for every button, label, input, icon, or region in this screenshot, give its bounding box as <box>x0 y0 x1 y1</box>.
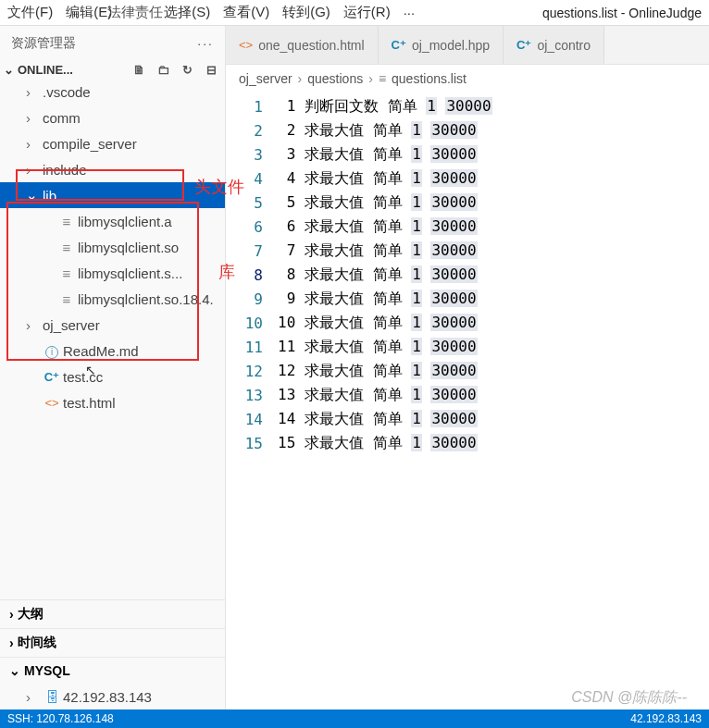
project-header[interactable]: ⌄ ONLINE... 🗎 🗀 ↻ ⊟ <box>0 61 225 79</box>
more-actions-icon[interactable]: ··· <box>197 36 214 51</box>
db-label: 42.192.83.143 <box>63 689 152 705</box>
breadcrumb-1[interactable]: questions <box>307 71 363 86</box>
tab-oj-contro[interactable]: C⁺oj_contro <box>504 26 604 64</box>
collapse-icon[interactable]: ⊟ <box>203 63 219 77</box>
section-时间线[interactable]: ›时间线 <box>0 628 225 657</box>
new-file-icon[interactable]: 🗎 <box>131 63 147 77</box>
status-db[interactable]: 42.192.83.143 <box>630 712 702 725</box>
line-number: 14 <box>226 411 278 428</box>
section-label: MYSQL <box>24 663 70 678</box>
new-folder-icon[interactable]: 🗀 <box>155 63 171 77</box>
db-connection[interactable]: ›🗄42.192.83.143 <box>0 684 225 709</box>
section-label: 时间线 <box>18 635 56 651</box>
section-MYSQL[interactable]: ⌄MYSQL <box>0 657 225 684</box>
html-icon: <> <box>43 396 61 410</box>
folder-oj-server[interactable]: ›oj_server <box>0 312 225 338</box>
folder--vscode[interactable]: ›.vscode <box>0 79 225 105</box>
cpp-icon: C⁺ <box>392 38 406 52</box>
file-icon: ≡ <box>57 265 76 281</box>
file-test-html[interactable]: <>test.html <box>0 389 225 415</box>
line-number: 15 <box>226 435 278 452</box>
editor-line[interactable]: 7 7 求最大值 简单 1 30000 <box>226 239 709 263</box>
folder-comm[interactable]: ›comm <box>0 105 225 130</box>
tree-item-label: oj_server <box>43 317 100 333</box>
editor-line[interactable]: 8 8 求最大值 简单 1 30000 <box>226 263 709 287</box>
editor-line[interactable]: 1 1 判断回文数 简单 1 30000 <box>226 94 709 118</box>
line-number: 12 <box>226 363 278 380</box>
info-icon: i <box>43 342 61 359</box>
menu-edit[interactable]: 编辑(E) <box>66 4 112 21</box>
file-libmysqlclient-so-18-4-[interactable]: ≡libmysqlclient.so.18.4. <box>0 286 225 312</box>
line-content: 12 求最大值 简单 1 30000 <box>278 362 478 381</box>
editor-line[interactable]: 5 5 求最大值 简单 1 30000 <box>226 191 709 215</box>
folder-include[interactable]: ›include <box>0 156 225 182</box>
chevron-right-icon: › <box>368 71 373 86</box>
breadcrumb-0[interactable]: oj_server <box>239 71 292 86</box>
tab-label: oj_contro <box>537 38 591 53</box>
tab-label: oj_model.hpp <box>412 38 490 53</box>
file-test-cc[interactable]: C⁺test.cc <box>0 364 225 389</box>
tree-item-label: libmysqlclient.s... <box>78 265 182 281</box>
section-大纲[interactable]: ›大纲 <box>0 599 225 628</box>
tab-oj-model-hpp[interactable]: C⁺oj_model.hpp <box>379 26 504 64</box>
line-number: 10 <box>226 315 278 332</box>
tab-one-question-html[interactable]: <>one_question.html <box>226 26 379 64</box>
file-libmysqlclient-s---[interactable]: ≡libmysqlclient.s... <box>0 260 225 286</box>
line-number: 3 <box>226 146 278 164</box>
line-number: 7 <box>226 242 278 260</box>
line-number: 1 <box>226 98 278 116</box>
file-tree: ›.vscode›comm›compile_server›include⌄lib… <box>0 79 225 599</box>
line-content: 11 求最大值 简单 1 30000 <box>278 338 478 357</box>
ssh-remote[interactable]: SSH: 120.78.126.148 <box>7 712 114 725</box>
line-content: 1 判断回文数 简单 1 30000 <box>278 97 492 117</box>
menu-view[interactable]: 查看(V) <box>223 4 269 21</box>
chevron-icon: › <box>26 110 43 126</box>
cpp-icon: C⁺ <box>43 370 61 384</box>
chevron-icon: ⌄ <box>9 663 20 678</box>
breadcrumb-2[interactable]: questions.list <box>392 71 466 86</box>
chevron-icon: ⌄ <box>26 187 43 204</box>
line-number: 11 <box>226 339 278 356</box>
line-number: 4 <box>226 170 278 188</box>
chevron-icon: › <box>9 635 14 650</box>
breadcrumb[interactable]: oj_server › questions › ≡ questions.list <box>226 65 709 93</box>
editor-line[interactable]: 3 3 求最大值 简单 1 30000 <box>226 142 709 167</box>
menu-select[interactable]: 选择(S) <box>164 4 210 21</box>
editor-content[interactable]: 1 1 判断回文数 简单 1 300002 2 求最大值 简单 1 300003… <box>226 93 709 457</box>
list-icon: ≡ <box>379 71 386 86</box>
editor-line[interactable]: 1313 求最大值 简单 1 30000 <box>226 383 709 407</box>
menu-file[interactable]: 文件(F) <box>7 4 53 21</box>
section-label: 大纲 <box>18 606 44 623</box>
menu-goto[interactable]: 转到(G) <box>282 4 330 21</box>
file-libmysqlclient-a[interactable]: ≡libmysqlclient.a <box>0 208 225 234</box>
chevron-icon: › <box>26 136 43 152</box>
line-content: 3 求最大值 简单 1 30000 <box>278 145 478 165</box>
editor-line[interactable]: 1212 求最大值 简单 1 30000 <box>226 359 709 383</box>
editor-line[interactable]: 4 4 求最大值 简单 1 30000 <box>226 167 709 191</box>
editor-line[interactable]: 1010 求最大值 简单 1 30000 <box>226 311 709 335</box>
chevron-icon: › <box>26 317 43 333</box>
editor-line[interactable]: 1111 求最大值 简单 1 30000 <box>226 335 709 359</box>
folder-compile-server[interactable]: ›compile_server <box>0 130 225 156</box>
database-icon: 🗄 <box>43 689 61 705</box>
file-ReadMe-md[interactable]: iReadMe.md <box>0 338 225 364</box>
editor-line[interactable]: 2 2 求最大值 简单 1 30000 <box>226 118 709 142</box>
menu-run[interactable]: 运行(R) <box>343 4 391 21</box>
tab-label: one_question.html <box>258 38 364 53</box>
folder-lib[interactable]: ⌄lib <box>0 182 225 208</box>
status-bar[interactable]: SSH: 120.78.126.148 42.192.83.143 <box>0 709 709 728</box>
explorer-title: 资源管理器 <box>11 35 76 52</box>
cpp-icon: C⁺ <box>516 38 531 52</box>
file-libmysqlclient-so[interactable]: ≡libmysqlclient.so <box>0 234 225 260</box>
tree-item-label: libmysqlclient.so <box>78 240 179 255</box>
chevron-right-icon: › <box>26 689 43 705</box>
editor-line[interactable]: 9 9 求最大值 简单 1 30000 <box>226 287 709 311</box>
line-content: 2 求最大值 简单 1 30000 <box>278 121 478 141</box>
refresh-icon[interactable]: ↻ <box>179 63 195 77</box>
chevron-icon: › <box>26 84 43 100</box>
editor-line[interactable]: 6 6 求最大值 简单 1 30000 <box>226 215 709 239</box>
editor-line[interactable]: 1414 求最大值 简单 1 30000 <box>226 407 709 431</box>
tree-item-label: compile_server <box>43 136 137 152</box>
tree-item-label: libmysqlclient.so.18.4. <box>78 291 214 307</box>
editor-line[interactable]: 1515 求最大值 简单 1 30000 <box>226 431 709 455</box>
